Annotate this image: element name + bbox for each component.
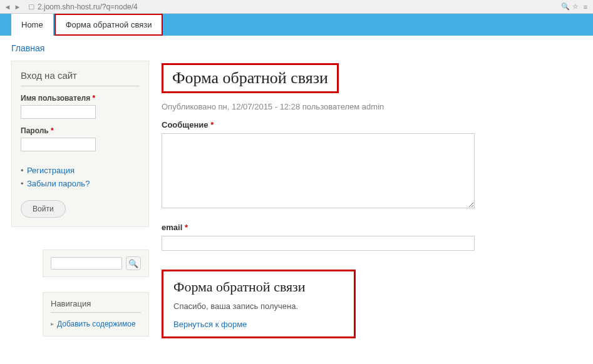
page-title: Форма обратной связи	[162, 63, 339, 93]
main-content: Форма обратной связи Опубликовано пн, 12…	[162, 61, 582, 338]
page-icon: ▢	[28, 3, 35, 11]
forgot-password-link[interactable]: Забыли пароль?	[27, 179, 90, 188]
breadcrumb-home[interactable]: Главная	[11, 43, 44, 53]
page-meta: Опубликовано пн, 12/07/2015 - 12:28 поль…	[162, 102, 582, 111]
url-text: 2.joom.shn-host.ru/?q=node/4	[38, 3, 138, 11]
top-navigation: Home Форма обратной связи	[0, 14, 593, 36]
navigation-title: Навигация	[51, 299, 141, 313]
menu-icon[interactable]: ≡	[582, 3, 589, 11]
result-message: Спасибо, ваша запись получена.	[173, 301, 344, 311]
result-block: Форма обратной связи Спасибо, ваша запис…	[162, 270, 356, 338]
navigation-block: Навигация Добавить содержимое	[43, 292, 149, 336]
message-textarea[interactable]	[162, 133, 475, 208]
password-label: Пароль *	[21, 126, 140, 135]
url-bar[interactable]: ▢ 2.joom.shn-host.ru/?q=node/4	[25, 3, 558, 11]
result-title: Форма обратной связи	[173, 279, 344, 295]
message-label: Сообщение *	[162, 120, 582, 129]
username-input[interactable]	[21, 105, 96, 119]
browser-toolbar: ◄ ► ▢ 2.joom.shn-host.ru/?q=node/4 🔍 ☆ ≡	[0, 0, 593, 14]
search-input[interactable]	[51, 257, 122, 270]
email-input[interactable]	[162, 236, 475, 251]
breadcrumb: Главная	[0, 36, 593, 53]
login-block: Вход на сайт Имя пользователя * Пароль *…	[11, 61, 149, 227]
back-icon[interactable]: ◄	[4, 3, 11, 11]
email-label: email *	[162, 223, 582, 232]
back-to-form-link[interactable]: Вернуться к форме	[173, 320, 247, 329]
username-label: Имя пользователя *	[21, 94, 140, 103]
search-icon: 🔍	[128, 259, 138, 268]
search-button[interactable]: 🔍	[126, 256, 141, 270]
sidebar: Вход на сайт Имя пользователя * Пароль *…	[11, 61, 149, 338]
tab-home[interactable]: Home	[11, 14, 53, 36]
register-link[interactable]: Регистрация	[27, 166, 75, 175]
forward-icon[interactable]: ►	[14, 3, 21, 11]
password-input[interactable]	[21, 138, 96, 151]
search-block: 🔍	[43, 250, 149, 277]
tab-feedback-form[interactable]: Форма обратной связи	[54, 14, 163, 36]
bookmark-icon[interactable]: ☆	[572, 3, 579, 11]
login-button[interactable]: Войти	[21, 200, 66, 218]
search-engine-icon[interactable]: 🔍	[562, 3, 569, 11]
login-title: Вход на сайт	[21, 70, 140, 86]
nav-add-content[interactable]: Добавить содержимое	[57, 320, 136, 328]
